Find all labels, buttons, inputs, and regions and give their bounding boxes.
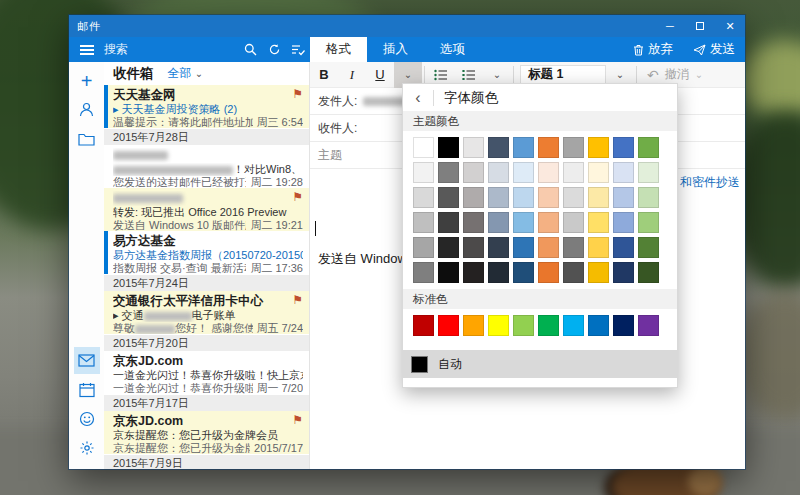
search-icon[interactable] bbox=[238, 43, 262, 56]
undo-button[interactable]: ↶ 撤消 ⌄ bbox=[639, 66, 711, 83]
feedback-smiley-icon[interactable] bbox=[74, 405, 100, 432]
standard-color-swatch[interactable] bbox=[538, 315, 559, 336]
theme-color-swatch[interactable] bbox=[538, 262, 559, 283]
theme-color-swatch[interactable] bbox=[463, 162, 484, 183]
theme-color-swatch[interactable] bbox=[613, 237, 634, 258]
theme-color-swatch[interactable] bbox=[513, 262, 534, 283]
mail-list-item[interactable]: ！对比Win8、您发送的这封邮件已经被打开。周二 19:28 bbox=[104, 145, 309, 188]
theme-color-swatch[interactable] bbox=[588, 137, 609, 158]
folders-icon[interactable] bbox=[74, 125, 100, 152]
theme-color-swatch[interactable] bbox=[513, 137, 534, 158]
search-input[interactable]: 搜索 bbox=[104, 41, 238, 58]
mail-list-item[interactable]: ⚑交通银行太平洋信用卡中心▸ 交通电子账单尊敬您好！ 感谢您使用交通银行周五 7… bbox=[104, 291, 309, 334]
flag-icon[interactable]: ⚑ bbox=[292, 88, 303, 100]
theme-color-swatch[interactable] bbox=[638, 137, 659, 158]
theme-color-swatch[interactable] bbox=[538, 212, 559, 233]
theme-color-swatch[interactable] bbox=[588, 212, 609, 233]
theme-color-swatch[interactable] bbox=[463, 212, 484, 233]
theme-color-swatch[interactable] bbox=[613, 187, 634, 208]
theme-color-swatch[interactable] bbox=[563, 137, 584, 158]
discard-button[interactable]: 放弃 bbox=[623, 37, 683, 62]
hamburger-menu-icon[interactable] bbox=[69, 45, 104, 55]
flag-icon[interactable]: ⚑ bbox=[292, 414, 303, 426]
theme-color-swatch[interactable] bbox=[488, 137, 509, 158]
inbox-filter-dropdown[interactable]: 全部 ⌄ bbox=[168, 65, 204, 82]
theme-color-swatch[interactable] bbox=[613, 137, 634, 158]
theme-color-swatch[interactable] bbox=[513, 212, 534, 233]
underline-button[interactable]: U bbox=[366, 62, 394, 88]
theme-color-swatch[interactable] bbox=[413, 187, 434, 208]
theme-color-swatch[interactable] bbox=[513, 162, 534, 183]
cc-bcc-link[interactable]: 和密件抄送 bbox=[678, 174, 740, 191]
standard-color-swatch[interactable] bbox=[613, 315, 634, 336]
theme-color-swatch[interactable] bbox=[638, 262, 659, 283]
theme-color-swatch[interactable] bbox=[538, 237, 559, 258]
theme-color-swatch[interactable] bbox=[638, 237, 659, 258]
theme-color-swatch[interactable] bbox=[438, 212, 459, 233]
mail-list-item[interactable]: ⚑天天基金网▸ 天天基金周投资策略 (2)温馨提示：请将此邮件地址加入您的邮件联… bbox=[104, 85, 309, 128]
mail-list-item[interactable]: 易方达基金易方达基金指数周报（20150720-20150724指数周报 交易·… bbox=[104, 231, 309, 274]
standard-color-swatch[interactable] bbox=[588, 315, 609, 336]
sync-icon[interactable] bbox=[262, 43, 286, 56]
mail-nav-icon[interactable] bbox=[74, 347, 100, 374]
theme-color-swatch[interactable] bbox=[538, 187, 559, 208]
mail-list-item[interactable]: ⚑转发: 现已推出 Office 2016 Preview发送自 Windows… bbox=[104, 188, 309, 231]
tab-options[interactable]: 选项 bbox=[424, 37, 481, 62]
theme-color-swatch[interactable] bbox=[563, 262, 584, 283]
theme-color-swatch[interactable] bbox=[588, 262, 609, 283]
theme-color-swatch[interactable] bbox=[413, 162, 434, 183]
settings-gear-icon[interactable] bbox=[74, 434, 100, 461]
theme-color-swatch[interactable] bbox=[588, 162, 609, 183]
theme-color-swatch[interactable] bbox=[488, 212, 509, 233]
theme-color-swatch[interactable] bbox=[463, 237, 484, 258]
theme-color-swatch[interactable] bbox=[588, 237, 609, 258]
standard-color-swatch[interactable] bbox=[438, 315, 459, 336]
standard-color-swatch[interactable] bbox=[463, 315, 484, 336]
flag-icon[interactable]: ⚑ bbox=[292, 294, 303, 306]
calendar-icon[interactable] bbox=[74, 376, 100, 403]
close-button[interactable]: ✕ bbox=[715, 15, 745, 37]
theme-color-swatch[interactable] bbox=[463, 137, 484, 158]
theme-color-swatch[interactable] bbox=[538, 162, 559, 183]
theme-color-swatch[interactable] bbox=[538, 137, 559, 158]
theme-color-swatch[interactable] bbox=[438, 237, 459, 258]
theme-color-swatch[interactable] bbox=[438, 137, 459, 158]
automatic-color-option[interactable]: 自动 bbox=[403, 350, 677, 378]
theme-color-swatch[interactable] bbox=[613, 162, 634, 183]
mail-list-item[interactable]: ⚑京东JD.com京东提醒您：您已升级为金牌会员京东提醒您：您已升级为金牌会员 … bbox=[104, 411, 309, 454]
theme-color-swatch[interactable] bbox=[613, 262, 634, 283]
theme-color-swatch[interactable] bbox=[488, 187, 509, 208]
theme-color-swatch[interactable] bbox=[413, 212, 434, 233]
theme-color-swatch[interactable] bbox=[563, 187, 584, 208]
bold-button[interactable]: B bbox=[310, 62, 338, 88]
italic-button[interactable]: I bbox=[338, 62, 366, 88]
theme-color-swatch[interactable] bbox=[638, 187, 659, 208]
theme-color-swatch[interactable] bbox=[463, 262, 484, 283]
theme-color-swatch[interactable] bbox=[438, 262, 459, 283]
accounts-icon[interactable] bbox=[74, 96, 100, 123]
new-mail-button[interactable]: + bbox=[74, 67, 100, 94]
theme-color-swatch[interactable] bbox=[488, 262, 509, 283]
standard-color-swatch[interactable] bbox=[413, 315, 434, 336]
filter-icon[interactable] bbox=[286, 44, 310, 56]
minimize-button[interactable]: ─ bbox=[655, 15, 685, 37]
theme-color-swatch[interactable] bbox=[638, 162, 659, 183]
flag-icon[interactable]: ⚑ bbox=[292, 191, 303, 203]
standard-color-swatch[interactable] bbox=[638, 315, 659, 336]
theme-color-swatch[interactable] bbox=[613, 212, 634, 233]
standard-color-swatch[interactable] bbox=[488, 315, 509, 336]
theme-color-swatch[interactable] bbox=[438, 162, 459, 183]
standard-color-swatch[interactable] bbox=[563, 315, 584, 336]
theme-color-swatch[interactable] bbox=[563, 237, 584, 258]
send-button[interactable]: 发送 bbox=[683, 37, 745, 62]
tab-insert[interactable]: 插入 bbox=[367, 37, 424, 62]
theme-color-swatch[interactable] bbox=[413, 137, 434, 158]
theme-color-swatch[interactable] bbox=[513, 237, 534, 258]
theme-color-swatch[interactable] bbox=[563, 162, 584, 183]
text-style-selector[interactable]: 标题 1 bbox=[520, 65, 606, 85]
theme-color-swatch[interactable] bbox=[588, 187, 609, 208]
back-button[interactable]: ‹ bbox=[403, 89, 433, 107]
theme-color-swatch[interactable] bbox=[488, 237, 509, 258]
tab-format[interactable]: 格式 bbox=[310, 37, 367, 62]
theme-color-swatch[interactable] bbox=[638, 212, 659, 233]
